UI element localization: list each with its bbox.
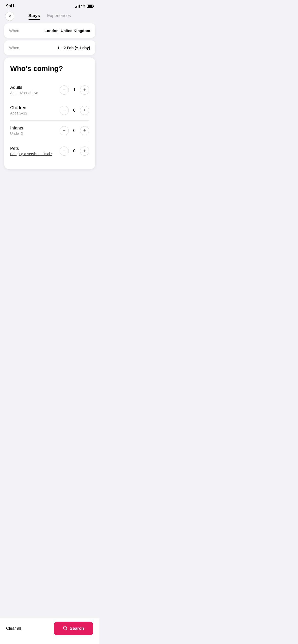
- whos-coming-card: Who's coming? Adults Ages 13 or above − …: [4, 57, 95, 169]
- pets-label: Pets: [10, 146, 60, 151]
- search-fields: Where London, United Kingdom When 1 – 2 …: [0, 23, 99, 55]
- where-field[interactable]: Where London, United Kingdom: [4, 23, 95, 38]
- where-value: London, United Kingdom: [45, 28, 90, 33]
- tabs: Stays Experiences: [29, 13, 71, 19]
- battery-icon: [87, 5, 93, 8]
- adults-desc: Ages 13 or above: [10, 91, 60, 95]
- tab-experiences[interactable]: Experiences: [47, 13, 71, 19]
- infants-decrement-button[interactable]: −: [60, 126, 69, 135]
- status-time: 9:41: [6, 4, 15, 9]
- children-increment-button[interactable]: +: [80, 106, 89, 115]
- adults-label: Adults: [10, 85, 60, 90]
- infants-increment-button[interactable]: +: [80, 126, 89, 135]
- adults-info: Adults Ages 13 or above: [10, 85, 60, 95]
- adults-increment-button[interactable]: +: [80, 85, 89, 95]
- infants-row: Infants Under 2 − 0 +: [10, 121, 89, 141]
- children-info: Children Ages 2–12: [10, 105, 60, 115]
- children-desc: Ages 2–12: [10, 111, 60, 115]
- adults-row: Adults Ages 13 or above − 1 +: [10, 80, 89, 100]
- signal-icon: [75, 5, 80, 8]
- whos-coming-title: Who's coming?: [10, 65, 89, 73]
- infants-desc: Under 2: [10, 131, 60, 136]
- close-button[interactable]: ✕: [5, 12, 14, 21]
- infants-count: 0: [72, 128, 76, 133]
- where-label: Where: [9, 28, 20, 33]
- when-value: 1 – 2 Feb (± 1 day): [57, 46, 90, 50]
- infants-label: Infants: [10, 126, 60, 131]
- pets-service-animal-link[interactable]: Bringing a service animal?: [10, 152, 60, 156]
- pets-counter: − 0 +: [60, 147, 89, 156]
- close-icon: ✕: [8, 14, 11, 19]
- adults-decrement-button[interactable]: −: [60, 85, 69, 95]
- wifi-icon: [81, 4, 85, 8]
- adults-count: 1: [72, 87, 76, 93]
- pets-row: Pets Bringing a service animal? − 0 +: [10, 141, 89, 161]
- children-label: Children: [10, 105, 60, 110]
- children-counter: − 0 +: [60, 106, 89, 115]
- status-bar: 9:41: [0, 0, 99, 11]
- children-row: Children Ages 2–12 − 0 +: [10, 100, 89, 121]
- when-field[interactable]: When 1 – 2 Feb (± 1 day): [4, 40, 95, 55]
- tab-stays[interactable]: Stays: [29, 13, 40, 19]
- pets-increment-button[interactable]: +: [80, 147, 89, 156]
- children-count: 0: [72, 108, 76, 113]
- children-decrement-button[interactable]: −: [60, 106, 69, 115]
- infants-info: Infants Under 2: [10, 126, 60, 136]
- adults-counter: − 1 +: [60, 85, 89, 95]
- pets-decrement-button[interactable]: −: [60, 147, 69, 156]
- when-label: When: [9, 46, 19, 50]
- pets-count: 0: [72, 149, 76, 154]
- status-icons: [75, 4, 93, 8]
- infants-counter: − 0 +: [60, 126, 89, 135]
- pets-info: Pets Bringing a service animal?: [10, 146, 60, 156]
- header: ✕ Stays Experiences: [0, 11, 99, 23]
